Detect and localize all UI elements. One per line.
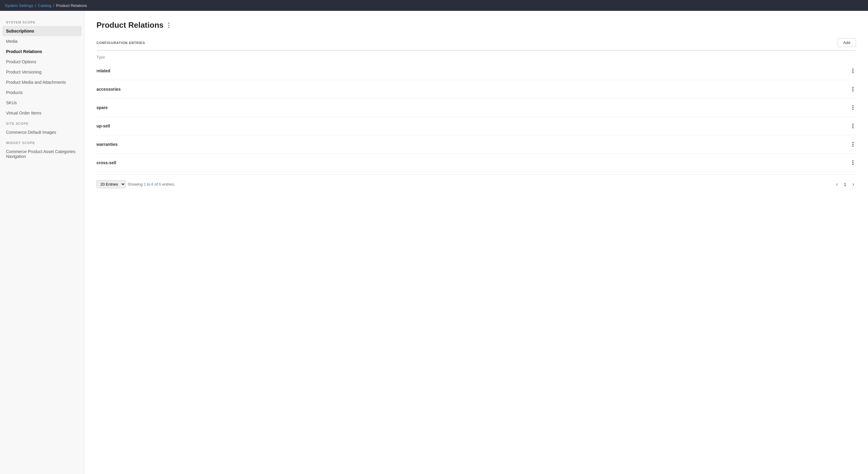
breadcrumb-sep-2: / — [53, 3, 54, 8]
entries-select-wrapper: 20 Entries 10 Entries 50 Entries Showing… — [96, 180, 175, 188]
page-menu-icon[interactable] — [167, 22, 170, 29]
sidebar-item-virtual-order-items[interactable]: Virtual Order Items — [0, 108, 84, 118]
entry-type-spare: spare — [96, 105, 107, 110]
sidebar-item-commerce-product-asset[interactable]: Commerce Product Asset Categories Naviga… — [0, 147, 84, 161]
entry-type-related: related — [96, 68, 110, 73]
entry-type-up-sell: up-sell — [96, 124, 110, 128]
sidebar-item-media[interactable]: Media — [0, 36, 84, 46]
sidebar-item-product-relations[interactable]: Product Relations — [0, 46, 84, 57]
topbar: System Settings / Catalog / Product Rela… — [0, 0, 868, 11]
entry-type-accessories: accessories — [96, 87, 121, 92]
sidebar-item-skus[interactable]: SKUs — [0, 98, 84, 108]
entry-row-up-sell: up-sell — [96, 117, 856, 135]
entry-row-cross-sell: cross-sell — [96, 154, 856, 172]
layout: SYSTEM SCOPE Subscriptions Media Product… — [0, 11, 868, 474]
showing-end: 6 — [151, 182, 153, 187]
pagination-bar: 20 Entries 10 Entries 50 Entries Showing… — [96, 175, 856, 188]
page-header: Product Relations — [96, 21, 856, 30]
main-content: Product Relations CONFIGURATION ENTRIES … — [85, 11, 868, 474]
add-button[interactable]: Add — [838, 38, 856, 47]
page-title: Product Relations — [96, 21, 163, 30]
breadcrumb-system-settings[interactable]: System Settings — [5, 3, 33, 8]
sidebar-item-commerce-default-images[interactable]: Commerce Default Images — [0, 127, 84, 137]
pagination-nav: ‹ 1 › — [834, 181, 856, 188]
entry-row-warranties: warranties — [96, 135, 856, 154]
sidebar-item-products[interactable]: Products — [0, 87, 84, 98]
system-scope-label: SYSTEM SCOPE — [0, 17, 84, 26]
breadcrumb: System Settings / Catalog / Product Rela… — [5, 3, 87, 8]
sidebar-item-product-options[interactable]: Product Options — [0, 57, 84, 67]
row-actions-up-sell[interactable] — [850, 122, 856, 130]
showing-text: Showing 1 to 6 of 6 entries. — [127, 182, 175, 187]
row-actions-cross-sell[interactable] — [850, 159, 856, 166]
sidebar-item-product-versioning[interactable]: Product Versioning — [0, 67, 84, 77]
config-section-label: CONFIGURATION ENTRIES — [96, 41, 145, 44]
widget-scope-label: WIDGET SCOPE — [0, 137, 84, 147]
row-actions-accessories[interactable] — [850, 86, 856, 93]
entry-row-accessories: accessories — [96, 80, 856, 98]
current-page: 1 — [842, 182, 848, 187]
sidebar-item-product-media-attachments[interactable]: Product Media and Attachments — [0, 77, 84, 87]
next-page-button[interactable]: › — [850, 181, 856, 188]
breadcrumb-catalog[interactable]: Catalog — [38, 3, 52, 8]
site-scope-label: SITE SCOPE — [0, 118, 84, 127]
config-header: CONFIGURATION ENTRIES Add — [96, 38, 856, 51]
entry-row-related: related — [96, 62, 856, 80]
row-actions-related[interactable] — [850, 67, 856, 74]
sidebar-item-subscriptions[interactable]: Subscriptions — [2, 26, 82, 36]
sidebar: SYSTEM SCOPE Subscriptions Media Product… — [0, 11, 85, 474]
entry-row-spare: spare — [96, 98, 856, 117]
entry-type-cross-sell: cross-sell — [96, 160, 116, 165]
entries-per-page-select[interactable]: 20 Entries 10 Entries 50 Entries — [96, 180, 126, 188]
breadcrumb-sep-1: / — [35, 3, 36, 8]
breadcrumb-current: Product Relations — [56, 3, 87, 8]
col-header-type: Type — [96, 51, 856, 62]
showing-total: 6 — [159, 182, 161, 187]
row-actions-warranties[interactable] — [850, 141, 856, 148]
prev-page-button[interactable]: ‹ — [834, 181, 840, 188]
entry-type-warranties: warranties — [96, 142, 118, 147]
showing-start: 1 — [144, 182, 146, 187]
row-actions-spare[interactable] — [850, 104, 856, 111]
